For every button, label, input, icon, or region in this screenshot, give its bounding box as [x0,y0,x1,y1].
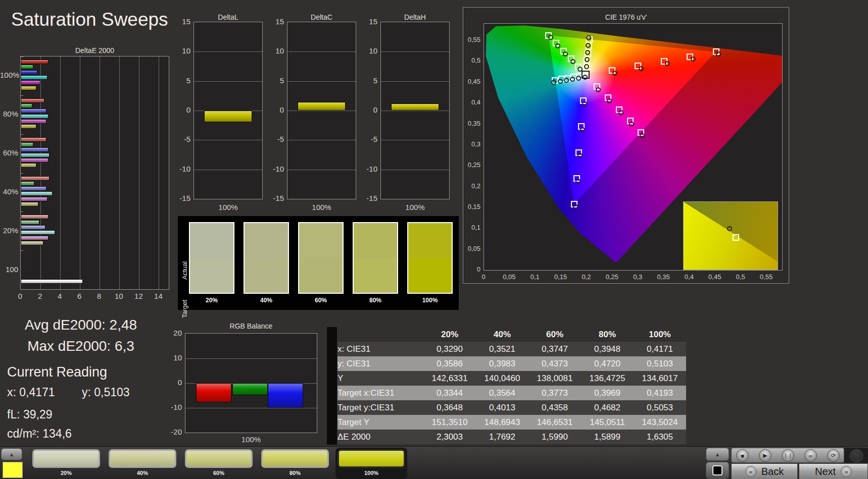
table-cell: 0,3648 [423,400,476,415]
patch-button-40%[interactable]: 40% [107,448,178,479]
deltaH-y-tick: 15 [363,17,377,26]
deltae-bar [21,186,46,191]
patch-color-chip [32,449,100,468]
table-cell: 140,0460 [476,371,528,386]
record-indicator-icon[interactable] [850,449,863,462]
deltaC-y-tick: -10 [270,165,284,173]
patch-button-label: 100% [335,470,407,476]
rgb-y-tick: -10 [166,403,182,411]
rgb-balance-title: RGB Balance [185,322,317,330]
toolbar-dark-segment [844,448,868,463]
measured-marker-yellow [586,43,591,48]
deltae-bar [21,147,49,152]
cie-y-tick: 0,35 [463,120,480,127]
deltaC-bar [298,102,346,111]
table-cell: 0,3586 [423,356,476,371]
cie-y-tick: 0,25 [463,161,480,169]
rgb-y-tick: 10 [166,353,182,362]
stop-measure-button[interactable] [706,462,729,479]
table-corner [337,327,423,342]
cie-y-tick: 0,55 [463,36,480,43]
deltae-bar [21,191,53,196]
deltae-group-label: 100 [0,265,18,274]
compare-swatch [407,222,453,294]
rgb-y-tick: -20 [166,428,182,436]
next-button[interactable]: Next » [799,463,868,479]
deltae-group-label: 40% [0,187,18,196]
cie-x-tick: 0,45 [706,273,724,281]
deltaH-title: DeltaH [380,13,450,21]
compare-swatch [189,222,234,294]
deltaH-y-tick: 5 [363,76,377,85]
table-row-label: Target Y [337,415,423,430]
cie-x-tick: 0,25 [603,273,620,281]
compare-swatch [298,222,344,294]
deltae-x-tick: 4 [54,292,66,300]
deltaL-x-label: 100% [194,203,263,211]
patch-button-20%[interactable]: 20% [30,448,102,479]
table-col-header: 60% [528,327,581,342]
table-cell: 146,6531 [528,415,581,430]
rgb-bar-red [196,383,231,402]
deltae-bar [21,142,33,147]
deltae-bar [21,86,36,90]
next-chevron-icon: » [841,466,852,477]
table-cell: 136,4725 [581,371,634,386]
table-col-header: 20% [423,327,476,342]
range-icon[interactable]: [··] [782,449,794,462]
back-button[interactable]: « Back [731,463,798,479]
measured-marker-red [612,71,617,76]
bottom-bar: ▲ 20%40%60%80%100% ▲ ■▶[··]∞⟳ « Back Nex… [0,446,868,479]
deltaL-y-tick: -10 [176,165,190,173]
cie-chart-title: CIE 1976 u'v' [463,13,789,21]
table-col-header: 80% [581,327,634,342]
play-icon[interactable]: ▶ [759,449,771,462]
deltaC-y-tick: 0 [270,105,284,114]
stop-icon[interactable]: ■ [736,449,749,462]
table-cell: 0,5103 [634,356,686,371]
table-cell: 0,3747 [528,342,581,356]
cie-inset-zoom [683,201,778,270]
back-button-label: Back [761,466,784,477]
transport-up-button[interactable]: ▲ [706,448,729,461]
patch-color-chip [109,449,176,468]
cie-y-tick: 0,4 [463,98,480,106]
deltaC-chart [287,22,356,199]
deltae-x-tick: 12 [132,292,144,300]
stop-square-icon [712,465,722,475]
continuous-icon[interactable]: ∞ [804,449,817,462]
cie-y-tick: 0,2 [463,182,480,190]
table-cell: 1,6305 [634,430,686,444]
table-cell: 1,5990 [528,430,581,444]
deltaH-y-tick: -10 [363,165,377,173]
cie-panel: CIE 1976 u'v' 0,550,50,450,40,350,30,250… [463,7,789,284]
table-cell: 0,4682 [581,400,634,415]
refresh-icon[interactable]: ⟳ [827,449,840,462]
patch-button-label: 20% [30,470,102,476]
patch-button-60%[interactable]: 60% [183,448,255,479]
target-row-label: Target [181,262,188,318]
deltae-bar [21,197,47,201]
deltae-bar [21,98,44,103]
deltae-bar [21,60,49,64]
table-cell: 0,3983 [476,356,528,371]
deltae-bar [21,236,49,240]
back-chevron-icon: « [745,466,756,477]
deltaH-y-tick: -15 [363,194,377,202]
deltaL-chart [194,22,263,199]
patch-button-100%[interactable]: 100% [335,448,407,479]
patch-button-80%[interactable]: 80% [259,448,331,479]
compare-swatch-label: 40% [244,297,289,304]
cie-x-tick: 0,35 [655,273,672,281]
patch-list-up-button[interactable]: ▲ [1,448,22,460]
table-row: y: CIE310,35860,39830,43730,47200,5103 [337,356,686,371]
cie-x-tick: 0,3 [629,273,646,281]
rgb-x-label: 100% [185,435,317,444]
table-row: ΔE 20002,30031,76921,59901,58991,6305 [337,430,686,444]
table-cell: 1,5899 [581,430,634,444]
measured-marker-cyan [570,77,575,82]
measured-marker-magenta [629,122,634,127]
current-reading-heading: Current Reading [7,364,107,380]
deltae-bar [21,114,49,119]
up-arrow-icon: ▲ [9,452,14,457]
